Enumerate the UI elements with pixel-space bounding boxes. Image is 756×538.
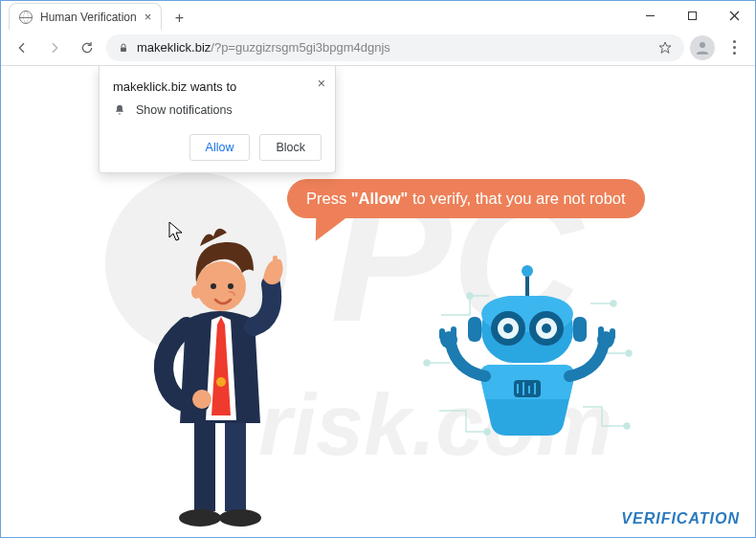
prompt-buttons: Allow Block xyxy=(113,134,322,161)
menu-button[interactable] xyxy=(721,34,747,61)
svg-point-27 xyxy=(522,265,533,277)
reload-button[interactable] xyxy=(74,34,100,61)
svg-point-20 xyxy=(467,293,473,299)
robot-illustration xyxy=(422,258,633,468)
minimize-button[interactable] xyxy=(629,1,671,30)
svg-rect-37 xyxy=(573,317,587,342)
prompt-heading: makeklick.biz wants to xyxy=(113,79,322,94)
url-text: makeklick.biz/?p=guzgizrsgm5gi3bpgm4dgnj… xyxy=(137,40,650,55)
svg-rect-10 xyxy=(225,420,246,511)
svg-point-5 xyxy=(700,42,705,48)
svg-rect-9 xyxy=(194,420,215,511)
svg-rect-44 xyxy=(439,328,445,340)
svg-point-11 xyxy=(179,509,221,527)
svg-rect-36 xyxy=(468,317,481,342)
toolbar: makeklick.biz/?p=guzgizrsgm5gi3bpgm4dgnj… xyxy=(1,30,755,66)
bubble-suffix: to verify, that you are not robot xyxy=(408,190,625,207)
svg-point-23 xyxy=(611,301,616,306)
permission-row: Show notifications xyxy=(113,103,322,117)
globe-icon xyxy=(19,11,33,24)
svg-point-13 xyxy=(216,377,226,387)
svg-rect-48 xyxy=(598,326,604,338)
permission-label: Show notifications xyxy=(136,103,233,117)
kebab-icon xyxy=(733,40,736,55)
svg-rect-45 xyxy=(451,326,456,338)
tab-close-icon[interactable]: × xyxy=(145,10,152,24)
svg-point-14 xyxy=(192,390,211,409)
svg-point-25 xyxy=(624,423,630,429)
bookmark-star-icon[interactable] xyxy=(657,40,673,56)
close-icon[interactable]: × xyxy=(318,76,325,91)
businessman-illustration xyxy=(133,219,305,535)
svg-point-34 xyxy=(503,324,513,333)
svg-point-17 xyxy=(191,285,201,299)
svg-point-19 xyxy=(228,283,233,289)
svg-point-12 xyxy=(219,509,261,527)
address-bar[interactable]: makeklick.biz/?p=guzgizrsgm5gi3bpgm4dgnj… xyxy=(106,34,684,61)
block-button[interactable]: Block xyxy=(259,134,322,161)
tab-title: Human Verification xyxy=(40,11,137,24)
svg-rect-47 xyxy=(610,328,615,340)
speech-bubble: Press "Allow" to verify, that you are no… xyxy=(287,179,645,218)
svg-point-24 xyxy=(626,350,632,356)
window-controls xyxy=(629,1,755,30)
new-tab-button[interactable]: + xyxy=(167,7,190,30)
svg-point-18 xyxy=(211,283,216,289)
bubble-emphasis: "Allow" xyxy=(351,190,409,207)
bell-icon xyxy=(113,103,126,117)
svg-point-22 xyxy=(484,429,490,435)
svg-rect-15 xyxy=(273,256,278,269)
page-content: PC risk.com × makeklick.biz wants to Sho… xyxy=(1,66,755,537)
svg-point-35 xyxy=(542,324,551,333)
browser-window: Human Verification × + makeklick.biz/?p=… xyxy=(0,0,756,538)
titlebar: Human Verification × + xyxy=(1,1,755,30)
notification-permission-prompt: × makeklick.biz wants to Show notificati… xyxy=(99,66,336,173)
verification-label: VERIFICATION xyxy=(621,510,740,527)
allow-button[interactable]: Allow xyxy=(189,134,251,161)
maximize-button[interactable] xyxy=(671,1,713,30)
profile-avatar[interactable] xyxy=(690,35,715,60)
browser-tab[interactable]: Human Verification × xyxy=(9,3,162,30)
forward-button[interactable] xyxy=(41,34,68,61)
svg-point-21 xyxy=(424,360,430,366)
bubble-prefix: Press xyxy=(306,190,351,207)
close-window-button[interactable] xyxy=(713,1,755,30)
back-button[interactable] xyxy=(9,34,35,61)
svg-rect-4 xyxy=(121,47,126,52)
svg-rect-1 xyxy=(688,11,696,19)
lock-icon xyxy=(118,42,129,54)
